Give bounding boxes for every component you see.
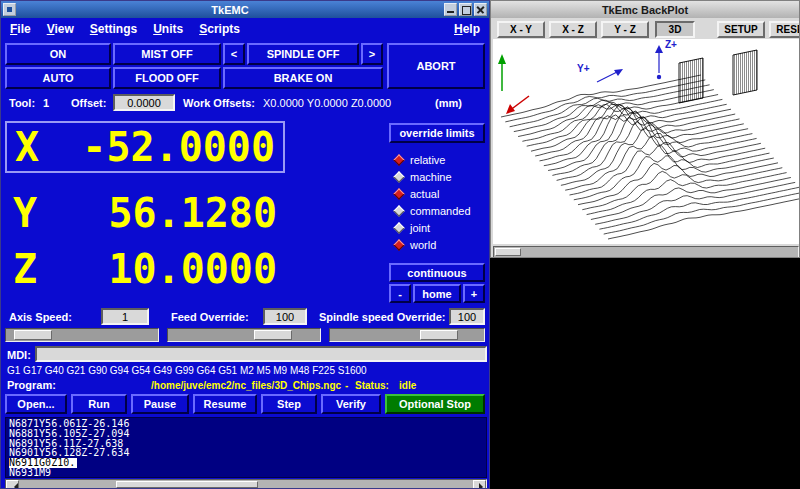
reset-button[interactable]: RESET (769, 21, 800, 38)
backplot-scrollbar-thumb[interactable] (495, 248, 521, 256)
dro-axis-z[interactable]: Z 10.0000 (5, 243, 285, 295)
gcode-line: N6901Y56.128Z-27.634 (9, 448, 483, 458)
active-gcodes: G1 G17 G40 G21 G90 G94 G54 G49 G99 G64 G… (7, 365, 367, 376)
scroll-right-icon[interactable] (473, 480, 486, 489)
radio-label: actual (410, 188, 439, 200)
minimize-icon[interactable] (444, 3, 457, 16)
optional-stop-button[interactable]: Optional Stop (385, 394, 485, 414)
jog-speed-slider[interactable] (5, 328, 159, 342)
backplot-title: TkEmc BackPlot (602, 4, 688, 16)
feed-override-slider[interactable] (167, 328, 321, 342)
dro-axis-y[interactable]: Y 56.1280 (5, 187, 285, 239)
pause-button[interactable]: Pause (131, 394, 189, 414)
jog-speed-slider-thumb[interactable] (14, 330, 52, 340)
gcode-listbox[interactable]: N6871Y56.061Z-26.146 N6881Y56.105Z-27.09… (5, 417, 487, 478)
home-button[interactable]: home (413, 284, 461, 303)
tkemc-window: TkEMC File View Settings Units Scripts H… (0, 0, 490, 489)
radio-commanded[interactable]: commanded (395, 204, 471, 218)
menu-view[interactable]: View (47, 22, 74, 36)
auto-mode-button[interactable]: AUTO (5, 67, 111, 89)
mdi-input[interactable] (35, 346, 487, 362)
tab-xz[interactable]: X - Z (549, 21, 597, 38)
backplot-titlebar[interactable]: TkEmc BackPlot (491, 1, 799, 18)
spindle-override-slider[interactable] (329, 328, 485, 342)
window-menu-icon[interactable] (3, 3, 16, 16)
flood-button[interactable]: FLOOD OFF (113, 67, 221, 89)
radio-label: commanded (410, 205, 471, 217)
titlebar[interactable]: TkEMC (1, 1, 489, 18)
work-offsets-label: Work Offsets: (183, 97, 255, 109)
radio-indicator-icon (393, 222, 404, 233)
program-status-label: Status: (355, 380, 389, 391)
spindle-button[interactable]: SPINDLE OFF (247, 43, 359, 65)
radio-label: machine (410, 171, 452, 183)
maximize-icon[interactable] (459, 3, 472, 16)
spindle-slower-button[interactable]: < (223, 43, 245, 65)
tab-yz[interactable]: Y - Z (601, 21, 649, 38)
verify-button[interactable]: Verify (321, 394, 381, 414)
menu-scripts[interactable]: Scripts (199, 22, 240, 36)
dro-axis-x[interactable]: X -52.0000 (5, 121, 285, 173)
radio-indicator-icon (393, 188, 404, 199)
setup-button[interactable]: SETUP (717, 21, 765, 38)
radio-indicator-icon (393, 239, 404, 250)
override-limits-button[interactable]: override limits (389, 123, 485, 143)
spindle-override-slider-thumb[interactable] (420, 330, 458, 340)
backplot-window: TkEmc BackPlot X - Y X - Z Y - Z 3D SETU… (490, 0, 800, 258)
abort-button[interactable]: ABORT (387, 43, 485, 89)
window-title: TkEMC (18, 4, 442, 16)
backplot-canvas: Z+ Y+ (493, 39, 799, 244)
menu-help[interactable]: Help (454, 22, 480, 36)
tab-3d[interactable]: 3D (655, 21, 695, 38)
z-axis-label: Z+ (665, 39, 677, 50)
tab-xy[interactable]: X - Y (497, 21, 545, 38)
open-button[interactable]: Open... (5, 394, 67, 414)
spindle-faster-button[interactable]: > (361, 43, 383, 65)
dro-y-value: 56.1280 (108, 190, 277, 236)
radio-relative[interactable]: relative (395, 153, 445, 167)
scrollbar-thumb[interactable] (116, 481, 258, 488)
dro-y-letter: Y (13, 190, 37, 236)
jog-continuous-button[interactable]: continuous (389, 263, 485, 282)
jog-minus-button[interactable]: - (389, 284, 411, 303)
feed-override-label: Feed Override: (171, 311, 249, 323)
menu-settings[interactable]: Settings (90, 22, 137, 36)
tool-label: Tool: (9, 97, 35, 109)
close-icon[interactable] (474, 3, 487, 16)
gcode-hscrollbar[interactable] (5, 479, 487, 489)
tool-offset-entry[interactable] (113, 94, 175, 111)
radio-label: joint (410, 222, 430, 234)
spindle-override-label: Spindle speed Override: (319, 311, 446, 323)
axis-speed-label: Axis Speed: (9, 311, 72, 323)
menu-file[interactable]: File (10, 22, 31, 36)
mdi-label: MDI: (7, 349, 31, 361)
units-label: (mm) (435, 97, 462, 109)
radio-actual[interactable]: actual (395, 187, 439, 201)
dro-x-value: -52.0000 (82, 124, 275, 170)
program-status-value: idle (399, 380, 416, 391)
menu-units[interactable]: Units (153, 22, 183, 36)
machine-on-button[interactable]: ON (5, 43, 111, 65)
feed-override-slider-thumb[interactable] (254, 330, 292, 340)
program-label: Program: (7, 379, 56, 391)
run-button[interactable]: Run (71, 394, 127, 414)
scroll-left-icon[interactable] (6, 480, 19, 489)
radio-machine[interactable]: machine (395, 170, 452, 184)
resume-button[interactable]: Resume (193, 394, 257, 414)
offset-label: Offset: (71, 97, 106, 109)
dro-x-letter: X (15, 124, 39, 170)
brake-button[interactable]: BRAKE ON (223, 67, 383, 89)
spindle-override-entry[interactable] (449, 308, 485, 325)
mist-button[interactable]: MIST OFF (113, 43, 221, 65)
feed-override-entry[interactable] (263, 308, 307, 325)
step-button[interactable]: Step (261, 394, 317, 414)
radio-world[interactable]: world (395, 238, 436, 252)
radio-joint[interactable]: joint (395, 221, 430, 235)
backplot-hscrollbar[interactable] (493, 246, 799, 258)
program-dash: - (345, 380, 348, 391)
radio-indicator-icon (393, 154, 404, 165)
jog-plus-button[interactable]: + (463, 284, 485, 303)
gcode-line: N6931M9 (9, 468, 483, 478)
program-path: /home/juve/emc2/nc_files/3D_Chips.ngc (151, 380, 341, 391)
axis-speed-entry[interactable] (101, 308, 149, 325)
